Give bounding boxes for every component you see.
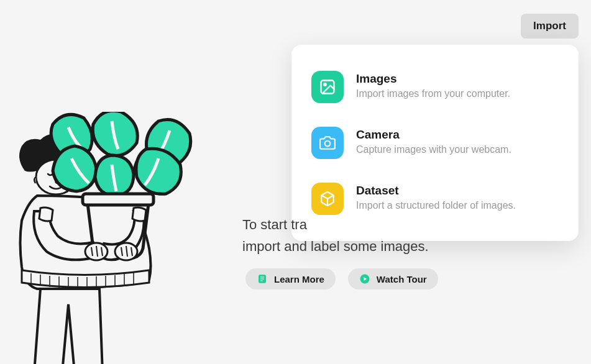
cube-icon <box>311 183 344 215</box>
person-plant-illustration <box>3 112 208 364</box>
dropdown-item-title: Camera <box>356 128 559 142</box>
learn-more-label: Learn More <box>274 274 324 284</box>
play-icon <box>359 273 370 284</box>
watch-tour-button[interactable]: Watch Tour <box>348 268 438 289</box>
dropdown-item-text: Dataset Import a structured folder of im… <box>356 183 559 211</box>
main-instruction-text: To start tra import and label some image… <box>242 214 429 257</box>
dropdown-item-title: Images <box>356 72 559 86</box>
dropdown-item-desc: Capture images with your webcam. <box>356 144 559 155</box>
dropdown-item-desc: Import images from your computer. <box>356 88 559 99</box>
svg-point-24 <box>115 243 137 260</box>
dropdown-item-title: Dataset <box>356 184 559 198</box>
import-dropdown: Images Import images from your computer.… <box>291 45 579 241</box>
document-icon <box>257 273 268 284</box>
svg-point-23 <box>85 243 108 260</box>
dropdown-item-text: Images Import images from your computer. <box>356 71 559 99</box>
dropdown-item-camera[interactable]: Camera Capture images with your webcam. <box>311 118 559 168</box>
watch-tour-label: Watch Tour <box>377 274 427 284</box>
import-button[interactable]: Import <box>521 14 579 39</box>
image-icon <box>311 71 344 103</box>
import-button-label: Import <box>533 20 566 32</box>
camera-icon <box>311 127 344 159</box>
svg-point-2 <box>325 141 331 147</box>
learn-more-button[interactable]: Learn More <box>245 268 336 289</box>
dropdown-item-desc: Import a structured folder of images. <box>356 200 559 211</box>
action-buttons: Learn More Watch Tour <box>245 268 438 289</box>
dropdown-item-text: Camera Capture images with your webcam. <box>356 127 559 155</box>
svg-point-1 <box>324 83 326 86</box>
main-text-line1: To start tra <box>242 214 429 235</box>
svg-rect-22 <box>83 194 153 205</box>
main-text-line2: import and label some images. <box>242 235 429 257</box>
dropdown-item-images[interactable]: Images Import images from your computer. <box>311 62 559 112</box>
